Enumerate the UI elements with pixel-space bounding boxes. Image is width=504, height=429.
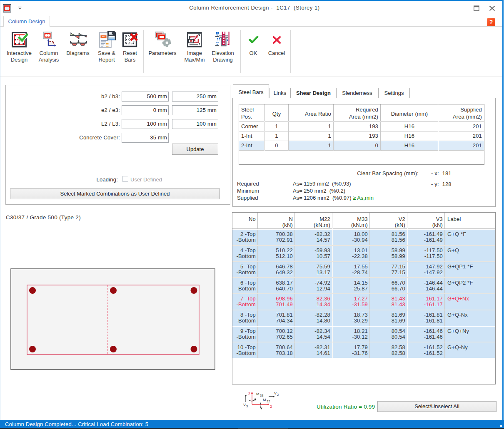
svg-text:2: 2 <box>270 404 272 409</box>
svg-text:V: V <box>274 391 277 395</box>
svg-text:M: M <box>256 392 259 396</box>
svg-text:3: 3 <box>246 404 248 408</box>
svg-text:3: 3 <box>248 391 250 395</box>
svg-text:M: M <box>263 398 266 402</box>
svg-text:33: 33 <box>260 394 263 397</box>
svg-text:2: 2 <box>277 393 279 397</box>
svg-text:22: 22 <box>267 399 270 403</box>
svg-text:V: V <box>243 403 246 407</box>
